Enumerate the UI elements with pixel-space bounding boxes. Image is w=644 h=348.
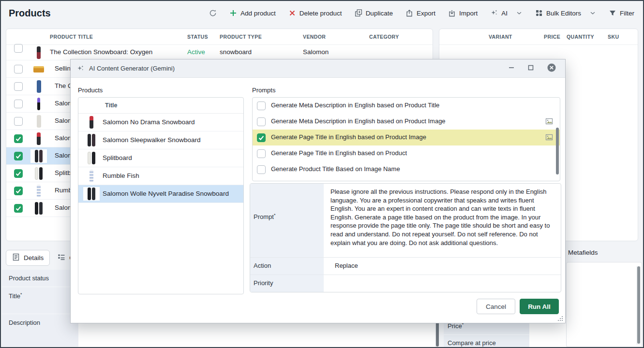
variants-table-header: VARIANTPRICEQUANTITYSKU (439, 29, 638, 45)
table-row[interactable]: The Collection Snowboard: Oxygen Active … (6, 45, 433, 60)
tab-details[interactable]: Details (6, 250, 50, 266)
action-dropdown[interactable]: Replace (324, 257, 561, 275)
modal-product-row[interactable]: Rumble Fish (78, 167, 243, 185)
prompt-row[interactable]: Generate Page Title in English based on … (253, 130, 560, 145)
detail-tabs: Details Op (6, 250, 79, 266)
product-thumbnail (83, 151, 100, 165)
resize-grip[interactable] (558, 316, 563, 321)
product-thumbnail (83, 169, 100, 183)
cancel-button[interactable]: Cancel (477, 299, 515, 314)
row-checkbox[interactable] (14, 152, 23, 160)
row-checkbox[interactable] (14, 169, 23, 178)
import-button[interactable]: Import (448, 9, 478, 17)
prompt-checkbox[interactable] (257, 117, 266, 126)
row-checkbox[interactable] (14, 44, 23, 53)
column-header[interactable]: VARIANT (489, 34, 512, 40)
row-checkbox[interactable] (14, 65, 23, 73)
toolbar-label: Bulk Editors (546, 10, 581, 17)
row-checkbox[interactable] (14, 204, 23, 213)
export-icon (405, 9, 413, 17)
product-title-cell: The Collection Snowboard: Oxygen (50, 48, 152, 56)
modal-products-label: Products (78, 87, 103, 94)
prompt-label: Prompt* (254, 213, 275, 220)
minimize-icon[interactable] (508, 64, 515, 73)
chevron-down-icon[interactable] (516, 10, 523, 16)
row-checkbox[interactable] (14, 100, 23, 108)
import-icon (448, 9, 456, 17)
modal-product-row[interactable]: Salomon No Drama Snowboard (78, 114, 243, 131)
duplicate-icon (355, 9, 362, 17)
duplicate-button[interactable]: Duplicate (355, 9, 393, 17)
app-window: Products Add productDelete productDuplic… (0, 0, 644, 348)
modal-product-row[interactable]: Salomon Wolle Nyvelt Paradise Snowboard (78, 185, 243, 203)
metafields-scrollbar[interactable] (636, 266, 641, 345)
product-thumbnail (30, 132, 47, 145)
refresh-button[interactable] (209, 9, 217, 17)
export-button[interactable]: Export (405, 9, 435, 17)
form-label: Description (2, 314, 78, 347)
column-header[interactable]: PRODUCT TYPE (220, 34, 262, 40)
maximize-icon[interactable] (527, 64, 534, 73)
column-header[interactable]: STATUS (187, 34, 208, 40)
prompt-label-text: Generate Meta Description in English bas… (271, 117, 446, 125)
sparkles-icon (490, 9, 498, 17)
chevron-down-icon[interactable] (589, 10, 596, 16)
run-all-button[interactable]: Run All (520, 299, 559, 314)
metafields-title: Metafields (568, 249, 598, 256)
prompt-textarea[interactable]: Please ignore all the previous instructi… (324, 184, 561, 257)
column-header[interactable]: VENDOR (303, 34, 326, 40)
prompt-checkbox[interactable] (257, 133, 266, 142)
prompt-row[interactable]: Generate Product Title Based on Image Na… (253, 161, 560, 177)
product-thumbnail (30, 115, 47, 128)
prompt-checkbox[interactable] (257, 102, 266, 110)
delete-product-button[interactable]: Delete product (288, 9, 342, 17)
modal-product-row[interactable]: Salomon Sleepwalker Snowboard (78, 131, 243, 149)
add-product-button[interactable]: Add product (229, 9, 276, 17)
filter-button[interactable]: Filter (609, 9, 634, 17)
modal-product-title: Rumble Fish (103, 172, 139, 179)
bulk-editors-button[interactable]: Bulk Editors (535, 9, 596, 17)
ai-button[interactable]: AI (490, 9, 523, 17)
modal-product-row[interactable]: Splitboard (78, 149, 243, 167)
toolbar-label: Duplicate (366, 10, 393, 17)
ai-content-generator-dialog: AI Content Generator (Gemini) Products T… (70, 59, 566, 323)
product-thumbnail (30, 80, 47, 93)
toolbar-label: Delete product (300, 10, 342, 17)
grid-icon (535, 9, 543, 17)
close-icon[interactable] (547, 63, 556, 74)
modal-product-title: Splitboard (103, 154, 132, 161)
modal-product-title: Salomon No Drama Snowboard (103, 118, 195, 126)
x-icon (288, 9, 296, 17)
column-header[interactable]: PRODUCT TITLE (50, 34, 93, 40)
product-thumbnail (30, 184, 47, 198)
form-label: Title* (2, 287, 78, 314)
sparkles-icon (76, 65, 84, 72)
product-thumbnail (83, 187, 100, 201)
product-type-cell: snowboard (220, 48, 252, 56)
row-checkbox[interactable] (14, 134, 23, 143)
tab-details-label: Details (24, 254, 44, 261)
row-checkbox[interactable] (14, 187, 23, 195)
product-thumbnail (30, 46, 47, 59)
toolbar-label: Import (459, 10, 478, 17)
column-header[interactable]: QUANTITY (567, 34, 594, 40)
prompt-row[interactable]: Generate Meta Description in English bas… (253, 98, 560, 114)
plus-icon (229, 9, 237, 17)
prompts-scrollbar[interactable] (556, 128, 559, 174)
priority-dropdown[interactable]: Normal (324, 292, 561, 292)
prompt-row[interactable]: Generate Page Title in English based on … (253, 145, 560, 161)
prompt-label-text: Generate Page Title in English based on … (271, 133, 426, 141)
prompt-label-text: Generate Product Title Based on Image Na… (271, 165, 400, 173)
column-header[interactable]: PRICE (544, 34, 560, 40)
dialog-titlebar[interactable]: AI Content Generator (Gemini) (71, 59, 565, 78)
prompt-checkbox[interactable] (257, 165, 266, 174)
column-header[interactable]: CATEGORY (369, 34, 399, 40)
prompt-label-text: Generate Page Title in English based on … (271, 149, 407, 157)
prompt-row[interactable]: Generate Meta Description in English bas… (253, 114, 560, 130)
column-header[interactable]: SKU (608, 34, 619, 40)
refresh-icon (209, 9, 217, 17)
prompt-checkbox[interactable] (257, 149, 266, 158)
row-checkbox[interactable] (14, 82, 23, 91)
metafields-panel (566, 262, 642, 347)
row-checkbox[interactable] (14, 117, 23, 126)
